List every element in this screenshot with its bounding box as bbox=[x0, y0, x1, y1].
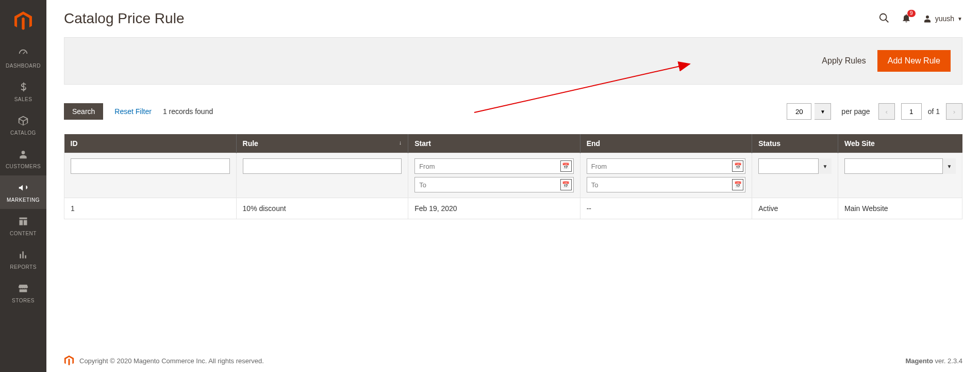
copyright-text: Copyright © 2020 Magento Commerce Inc. A… bbox=[79, 357, 264, 365]
search-button[interactable]: Search bbox=[64, 103, 103, 120]
calendar-icon[interactable]: 📅 bbox=[732, 160, 743, 172]
version-text: Magento ver. 2.3.4 bbox=[905, 357, 962, 365]
header-controls: 9 yuush ▼ bbox=[878, 12, 962, 25]
nav-customers[interactable]: CUSTOMERS bbox=[0, 142, 46, 175]
svg-line-1 bbox=[885, 19, 888, 22]
cell-rule: 10% discount bbox=[236, 198, 408, 219]
nav-label: STORES bbox=[12, 298, 35, 303]
nav-label: REPORTS bbox=[10, 264, 37, 270]
nav-sales[interactable]: SALES bbox=[0, 75, 46, 108]
nav-marketing[interactable]: MARKETING bbox=[0, 175, 46, 209]
nav-dashboard[interactable]: DASHBOARD bbox=[0, 41, 46, 75]
nav-label: CATALOG bbox=[10, 130, 36, 136]
col-label: Status bbox=[758, 139, 780, 148]
chevron-right-icon: › bbox=[953, 108, 955, 116]
nav-label: CONTENT bbox=[10, 231, 37, 236]
nav-label: MARKETING bbox=[7, 197, 40, 203]
actions-bar: Apply Rules Add New Rule bbox=[64, 37, 962, 85]
pager: ‹ of 1 › bbox=[878, 103, 962, 120]
reset-filter-link[interactable]: Reset Filter bbox=[114, 107, 152, 116]
cell-start: Feb 19, 2020 bbox=[408, 198, 580, 219]
version-brand: Magento bbox=[905, 357, 933, 365]
next-page-button[interactable]: › bbox=[946, 103, 962, 120]
layout-icon bbox=[17, 215, 29, 228]
sort-arrow-icon: ↓ bbox=[399, 139, 402, 145]
search-icon[interactable] bbox=[878, 12, 890, 25]
toolbar-left: Search Reset Filter 1 records found bbox=[64, 103, 213, 120]
chevron-left-icon: ‹ bbox=[885, 108, 887, 116]
nav-label: CUSTOMERS bbox=[6, 164, 41, 169]
per-page: ▼ per page bbox=[787, 103, 870, 120]
cell-website: Main Website bbox=[838, 198, 962, 219]
svg-point-0 bbox=[879, 13, 886, 20]
cell-status: Active bbox=[752, 198, 838, 219]
main-content: Catalog Price Rule 9 yuush ▼ Apply Rules… bbox=[46, 0, 980, 372]
filter-status-select[interactable] bbox=[758, 158, 832, 174]
chevron-down-icon: ▼ bbox=[820, 109, 825, 115]
col-label: Start bbox=[414, 139, 431, 148]
nav-label: DASHBOARD bbox=[6, 63, 41, 69]
calendar-icon[interactable]: 📅 bbox=[560, 160, 572, 172]
rules-table: ID Rule↓ Start End Status Web Site 📅 📅 bbox=[64, 134, 962, 219]
col-rule[interactable]: Rule↓ bbox=[236, 134, 408, 153]
main-header: Catalog Price Rule 9 yuush ▼ bbox=[64, 10, 962, 27]
calendar-icon[interactable]: 📅 bbox=[732, 179, 743, 190]
dashboard-icon bbox=[17, 47, 29, 60]
bar-chart-icon bbox=[17, 249, 29, 261]
col-website[interactable]: Web Site bbox=[838, 134, 962, 153]
filter-start-to[interactable] bbox=[414, 177, 574, 192]
filter-id-input[interactable] bbox=[71, 158, 230, 174]
prev-page-button[interactable]: ‹ bbox=[878, 103, 895, 120]
user-icon bbox=[923, 14, 932, 23]
col-label: End bbox=[587, 139, 600, 148]
nav-label: SALES bbox=[14, 96, 32, 102]
magento-logo-small bbox=[64, 355, 74, 366]
sidebar: DASHBOARD SALES CATALOG CUSTOMERS MARKET bbox=[0, 0, 46, 372]
user-menu[interactable]: yuush ▼ bbox=[923, 14, 962, 23]
nav-content[interactable]: CONTENT bbox=[0, 209, 46, 242]
col-label: ID bbox=[71, 139, 78, 148]
grid-toolbar: Search Reset Filter 1 records found ▼ pe… bbox=[64, 103, 962, 120]
megaphone-icon bbox=[17, 182, 29, 194]
notification-badge: 9 bbox=[907, 10, 916, 17]
version-number: ver. 2.3.4 bbox=[933, 357, 962, 365]
filter-start-from[interactable] bbox=[414, 158, 574, 174]
records-found: 1 records found bbox=[163, 107, 213, 116]
filter-rule-input[interactable] bbox=[243, 158, 402, 174]
nav-catalog[interactable]: CATALOG bbox=[0, 108, 46, 142]
col-id[interactable]: ID bbox=[64, 134, 237, 153]
page-title: Catalog Price Rule bbox=[64, 10, 184, 27]
chevron-down-icon: ▼ bbox=[957, 16, 962, 22]
col-end[interactable]: End bbox=[580, 134, 752, 153]
calendar-icon[interactable]: 📅 bbox=[560, 179, 572, 190]
dollar-icon bbox=[17, 81, 29, 93]
col-start[interactable]: Start bbox=[408, 134, 580, 153]
store-icon bbox=[17, 282, 29, 295]
cell-id: 1 bbox=[64, 198, 237, 219]
nav-reports[interactable]: REPORTS bbox=[0, 242, 46, 276]
cube-icon bbox=[17, 115, 29, 127]
toolbar-right: ▼ per page ‹ of 1 › bbox=[787, 103, 962, 120]
filter-website-select[interactable] bbox=[844, 158, 956, 174]
magento-logo[interactable] bbox=[0, 6, 46, 41]
per-page-dropdown[interactable]: ▼ bbox=[815, 103, 831, 120]
col-status[interactable]: Status bbox=[752, 134, 838, 153]
per-page-input[interactable] bbox=[787, 103, 811, 120]
cell-end: -- bbox=[580, 198, 752, 219]
filter-row: 📅 📅 📅 📅 ▼ bbox=[64, 153, 962, 198]
page-of-label: of 1 bbox=[928, 107, 940, 116]
filter-end-to[interactable] bbox=[587, 177, 746, 192]
footer: Copyright © 2020 Magento Commerce Inc. A… bbox=[64, 344, 962, 372]
per-page-label: per page bbox=[841, 107, 870, 116]
col-label: Rule bbox=[243, 139, 258, 148]
notifications-button[interactable]: 9 bbox=[901, 13, 911, 25]
nav-stores[interactable]: STORES bbox=[0, 276, 46, 310]
apply-rules-button[interactable]: Apply Rules bbox=[822, 56, 866, 66]
page-input[interactable] bbox=[901, 103, 922, 120]
add-new-rule-button[interactable]: Add New Rule bbox=[877, 50, 951, 72]
user-name: yuush bbox=[935, 14, 954, 23]
table-row[interactable]: 1 10% discount Feb 19, 2020 -- Active Ma… bbox=[64, 198, 962, 219]
col-label: Web Site bbox=[844, 139, 875, 148]
person-icon bbox=[17, 148, 29, 160]
filter-end-from[interactable] bbox=[587, 158, 746, 174]
